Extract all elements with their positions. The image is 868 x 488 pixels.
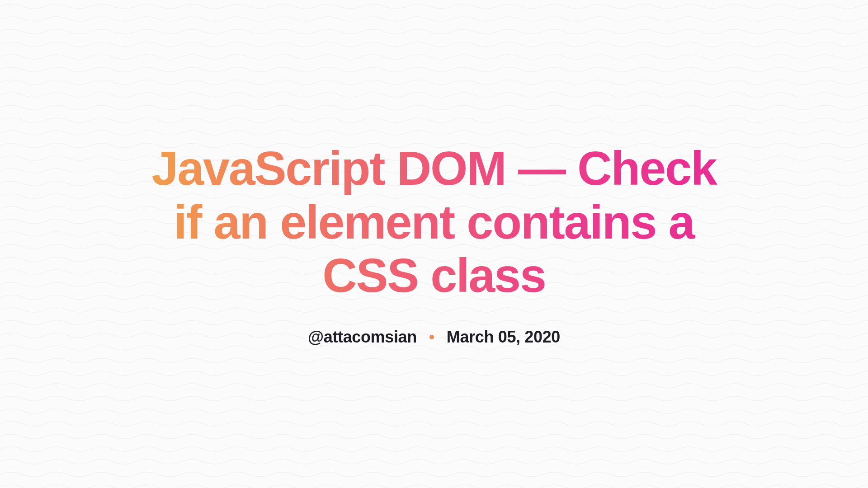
card-content: JavaScript DOM — Check if an element con… [118, 141, 750, 347]
author-handle: @attacomsian [308, 328, 417, 347]
separator-dot-icon [429, 335, 434, 339]
publish-date: March 05, 2020 [447, 328, 560, 347]
article-meta: @attacomsian March 05, 2020 [136, 328, 732, 347]
article-title: JavaScript DOM — Check if an element con… [136, 141, 732, 302]
